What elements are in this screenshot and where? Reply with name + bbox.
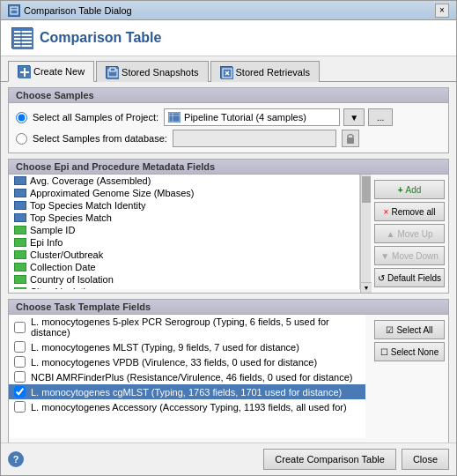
- dropdown-arrow-btn[interactable]: ▼: [343, 108, 365, 126]
- tab-stored-snapshots-label: Stored Snapshots: [122, 67, 198, 78]
- field-label-1: Approximated Genome Size (Mbases): [30, 188, 194, 198]
- list-item[interactable]: Avg. Coverage (Assembled): [9, 175, 359, 187]
- task-check-4[interactable]: [14, 386, 26, 398]
- footer-left: ?: [8, 451, 24, 467]
- create-comparison-btn[interactable]: Create Comparison Table: [263, 449, 396, 470]
- select-db-label: Select Samples from database:: [33, 133, 167, 144]
- select-all-radio[interactable]: [16, 112, 27, 123]
- remove-label: Remove all: [391, 207, 435, 217]
- default-fields-btn[interactable]: ↺ Default Fields: [374, 268, 445, 287]
- task-label-3: NCBI AMRFinderPlus (Resistance/Virulence…: [31, 372, 352, 383]
- project-dropdown-wrapper: Pipeline Tutorial (4 samples) ▼ ...: [164, 108, 393, 126]
- tab-stored-snapshots[interactable]: Stored Snapshots: [96, 61, 208, 82]
- task-check-3[interactable]: [14, 371, 26, 383]
- task-label-5: L. monocytogenes Accessory (Accessory Ty…: [31, 402, 347, 413]
- remove-all-btn[interactable]: × Remove all: [374, 202, 445, 221]
- title-bar-left: Comparison Table Dialog: [8, 4, 132, 17]
- task-label-1: L. monocytogenes MLST (Typing, 9 fields,…: [31, 342, 299, 353]
- field-label-7: Collection Date: [30, 262, 96, 272]
- add-label: Add: [406, 185, 422, 195]
- task-check-5[interactable]: [14, 401, 26, 413]
- browse-btn[interactable]: ...: [368, 108, 393, 126]
- list-item[interactable]: L. monocytogenes 5-plex PCR Serogroup (T…: [9, 315, 365, 339]
- epi-fields-list[interactable]: Avg. Coverage (Assembled) Approximated G…: [9, 175, 360, 289]
- header-title: Comparison Table: [40, 30, 161, 46]
- add-btn[interactable]: + Add: [374, 180, 445, 199]
- select-db-radio[interactable]: [16, 133, 27, 145]
- field-icon-9: [14, 287, 26, 289]
- down-icon: ▼: [380, 251, 389, 261]
- select-all-btn[interactable]: ☑ Select All: [374, 320, 445, 339]
- project-value: Pipeline Tutorial (4 samples): [184, 112, 306, 123]
- choose-epi-header: Choose Epi and Procedure Metadata Fields: [9, 160, 448, 175]
- list-item[interactable]: Top Species Match Identity: [9, 199, 359, 212]
- field-icon-5: [14, 238, 26, 247]
- dialog: Comparison Table Dialog × Comparison Tab…: [0, 0, 457, 476]
- field-icon-0: [14, 176, 26, 185]
- db-text-input[interactable]: [173, 130, 336, 147]
- list-item[interactable]: L. monocytogenes MLST (Typing, 9 fields,…: [9, 339, 365, 354]
- pipeline-icon: [168, 112, 181, 123]
- choose-task-section: Choose Task Template Fields L. monocytog…: [8, 299, 449, 443]
- add-icon: +: [398, 185, 403, 195]
- list-item[interactable]: Epi Info: [9, 236, 359, 249]
- list-item[interactable]: Approximated Genome Size (Mbases): [9, 187, 359, 199]
- select-all-label: Select all Samples of Project:: [33, 112, 158, 123]
- task-check-1[interactable]: [14, 341, 26, 353]
- move-up-btn[interactable]: ▲ Move Up: [374, 224, 445, 243]
- move-down-label: Move Down: [392, 251, 439, 261]
- close-title-btn[interactable]: ×: [435, 4, 449, 18]
- choose-samples-header: Choose Samples: [9, 88, 448, 103]
- title-bar-text: Comparison Table Dialog: [24, 5, 132, 16]
- list-item[interactable]: Sample ID: [9, 224, 359, 236]
- field-label-3: Top Species Match: [30, 212, 112, 223]
- task-buttons-panel: ☑ Select All ☐ Select None: [371, 315, 448, 438]
- svg-rect-7: [14, 45, 32, 47]
- list-item[interactable]: L. monocytogenes cgMLST (Typing, 1763 fi…: [9, 384, 365, 399]
- task-check-0[interactable]: [14, 322, 26, 333]
- footer: ? Create Comparison Table Close: [1, 443, 456, 475]
- task-check-2[interactable]: [14, 356, 26, 368]
- list-item[interactable]: L. monocytogenes Accessory (Accessory Ty…: [9, 399, 365, 414]
- svg-rect-3: [14, 31, 32, 33]
- list-item[interactable]: Country of Isolation: [9, 273, 359, 286]
- scroll-down-arrow[interactable]: ▼: [361, 282, 372, 293]
- svg-rect-14: [110, 68, 115, 71]
- epi-scrollbar[interactable]: ▼: [360, 175, 371, 293]
- list-item[interactable]: L. monocytogenes VPDB (Virulence, 33 fie…: [9, 354, 365, 369]
- dialog-icon: [8, 4, 20, 17]
- default-icon: ↺: [378, 273, 385, 283]
- svg-rect-23: [347, 138, 354, 144]
- select-all-label: Select All: [396, 325, 432, 335]
- task-fields-list[interactable]: L. monocytogenes 5-plex PCR Serogroup (T…: [9, 315, 365, 438]
- field-icon-8: [14, 275, 26, 284]
- list-item[interactable]: Top Species Match: [9, 212, 359, 224]
- title-bar: Comparison Table Dialog ×: [1, 1, 456, 20]
- task-content: L. monocytogenes 5-plex PCR Serogroup (T…: [9, 315, 448, 438]
- select-all-icon: ☑: [386, 325, 394, 335]
- field-label-0: Avg. Coverage (Assembled): [30, 175, 151, 186]
- list-item[interactable]: NCBI AMRFinderPlus (Resistance/Virulence…: [9, 369, 365, 384]
- task-label-2: L. monocytogenes VPDB (Virulence, 33 fie…: [31, 357, 317, 368]
- choose-task-header: Choose Task Template Fields: [9, 300, 448, 315]
- up-icon: ▲: [387, 229, 395, 239]
- svg-rect-0: [11, 7, 18, 14]
- move-down-btn[interactable]: ▼ Move Down: [374, 246, 445, 265]
- list-item[interactable]: Cluster/Outbreak: [9, 249, 359, 261]
- select-from-db-row: Select Samples from database:: [16, 130, 441, 147]
- tab-stored-retrievals[interactable]: Stored Retrievals: [210, 61, 320, 82]
- field-label-8: Country of Isolation: [30, 274, 114, 285]
- choose-samples-section: Choose Samples Select all Samples of Pro…: [8, 87, 449, 153]
- epi-scrollbar-thumb: [362, 176, 371, 203]
- list-item[interactable]: City of Isolation: [9, 286, 359, 289]
- select-none-icon: ☐: [380, 347, 388, 357]
- select-none-btn[interactable]: ☐ Select None: [374, 342, 445, 361]
- project-dropdown[interactable]: Pipeline Tutorial (4 samples): [164, 108, 340, 126]
- svg-rect-4: [14, 34, 32, 36]
- list-item[interactable]: Collection Date: [9, 261, 359, 273]
- lock-icon: [346, 133, 355, 144]
- tab-create-new-label: Create New: [33, 66, 85, 77]
- tab-create-new[interactable]: Create New: [8, 61, 94, 82]
- close-btn[interactable]: Close: [402, 449, 449, 470]
- help-btn[interactable]: ?: [8, 451, 24, 467]
